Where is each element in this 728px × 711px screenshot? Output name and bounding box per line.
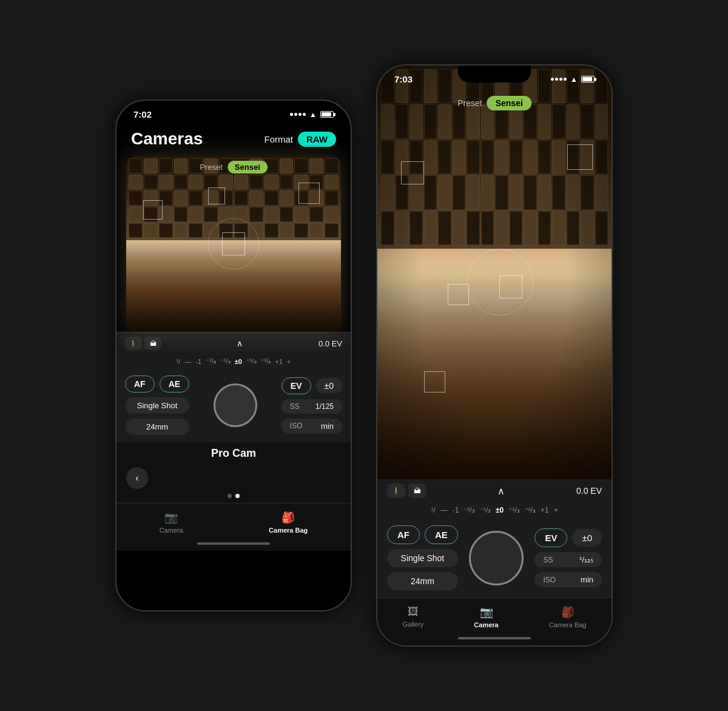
sensei-badge-1[interactable]: Sensei	[228, 161, 268, 174]
ss-label-2: SS	[543, 556, 553, 564]
home-indicator-2	[377, 633, 612, 645]
nav-bag-2[interactable]: 🎒 Camera Bag	[549, 605, 587, 628]
iso-row-1[interactable]: ISO min	[281, 419, 342, 434]
time-display-2: 7:03	[394, 74, 413, 84]
wifi-icon: ▲	[309, 110, 317, 119]
ev-mode-icons-1: 🚶 🏔	[125, 337, 161, 350]
person-mode-btn[interactable]: 🚶	[125, 337, 142, 350]
focus-box-tl	[143, 200, 163, 220]
dot-2-active	[235, 494, 240, 498]
camera-nav-label-1: Camera	[160, 527, 183, 534]
ev-bar-1: 🚶 🏔 ∧ 0.0 EV	[116, 332, 351, 354]
left-controls-1: AF AE Single Shot 24mm	[125, 376, 189, 435]
nav-camera-2[interactable]: 📷 Camera	[474, 605, 498, 628]
pro-cam-label: Pro Cam	[116, 442, 351, 465]
ss-value-2: ¹/₁₂₅	[579, 555, 593, 564]
ev-value-display-1: 0.0 EV	[318, 339, 342, 348]
preset-label-2: Preset Sensei	[457, 96, 531, 110]
gallery-nav-icon-2: 🖼	[408, 605, 419, 618]
wifi-icon-2: ▲	[570, 75, 578, 84]
iso-value-2: min	[581, 575, 593, 584]
back-btn-area: ‹	[116, 465, 351, 489]
ss-value-1: 1/125	[315, 402, 334, 411]
bottom-nav-2: 🖼 Gallery 📷 Camera 🎒 Camera Bag	[377, 598, 612, 633]
camera-nav-icon-2: 📷	[480, 605, 493, 619]
shutter-button-1[interactable]	[214, 383, 257, 427]
bottom-nav-1: 📷 Camera 🎒 Camera Bag	[116, 503, 351, 539]
ae-button-2[interactable]: AE	[425, 525, 458, 544]
af-ae-row-2: AF AE	[387, 525, 458, 544]
shutter-button-2[interactable]	[469, 531, 524, 585]
ev-val-1[interactable]: ±0	[316, 378, 342, 394]
ev-chevron-up[interactable]: ∧	[237, 339, 243, 348]
full-viewfinder-2[interactable]: Preset Sensei 🚶 🏔 ∧ 0.0 EV	[377, 66, 612, 502]
ss-row-2[interactable]: SS ¹/₁₂₅	[534, 552, 602, 567]
format-area: Format RAW	[264, 132, 336, 147]
landscape-mode-btn-2[interactable]: 🏔	[408, 484, 426, 498]
current-ev-marker-2: ±0	[496, 506, 504, 514]
format-label: Format	[264, 134, 293, 144]
ev-control-row-1: EV ±0	[281, 377, 342, 394]
nav-bag-1[interactable]: 🎒 Camera Bag	[269, 511, 308, 534]
iso-value-1: min	[321, 422, 334, 431]
home-bar-1	[197, 542, 270, 545]
camera-nav-label-2: Camera	[474, 621, 498, 628]
ae-button-1[interactable]: AE	[160, 376, 189, 393]
phone-notch	[197, 101, 270, 118]
page-dots-1	[116, 489, 351, 503]
sensei-badge-2[interactable]: Sensei	[487, 96, 531, 110]
af-ae-row: AF AE	[125, 376, 189, 393]
raw-badge[interactable]: RAW	[298, 132, 336, 147]
ev-mode-icons-2: 🚶 🏔	[387, 484, 426, 498]
back-button[interactable]: ‹	[126, 467, 148, 489]
ev-ctrl-button-1[interactable]: EV	[281, 377, 311, 394]
nav-camera-1[interactable]: 📷 Camera	[160, 511, 183, 534]
ev-val-2[interactable]: ±0	[572, 529, 602, 547]
iso-label-2: ISO	[543, 576, 556, 584]
mode-label-2[interactable]: Single Shot	[387, 549, 458, 567]
nav-gallery-2[interactable]: 🖼 Gallery	[403, 605, 424, 628]
controls-row-2: AF AE Single Shot 24mm EV ±0 SS ¹/₁₂₅ IS…	[377, 518, 612, 598]
battery-icon	[320, 111, 334, 118]
ev-ctrl-button-2[interactable]: EV	[534, 528, 567, 547]
camera-scene-1: Preset Sensei	[126, 156, 341, 332]
person-mode-btn-2[interactable]: 🚶	[387, 484, 405, 498]
focus-box-2-bl	[424, 371, 445, 393]
exposure-scale-1: ¹/ — -1 ⁻²/₃ ⁻¹/₃ ±0 ⁺¹/₃ ⁺²/₃ +1 +	[116, 354, 351, 368]
focus-circle-2	[467, 249, 533, 315]
af-button-1[interactable]: AF	[125, 376, 155, 393]
signal-icon	[290, 113, 306, 116]
iso-label-1: ISO	[290, 422, 303, 430]
focal-label-1[interactable]: 24mm	[125, 419, 189, 435]
bag-nav-label-2: Camera Bag	[549, 621, 587, 628]
viewfinder-container-1[interactable]: Preset Sensei	[126, 156, 341, 332]
preset-text-1: Preset	[200, 163, 223, 172]
camera-nav-icon-1: 📷	[164, 511, 178, 524]
app-title: Cameras	[131, 129, 203, 149]
dot-1	[228, 494, 232, 498]
focus-box-2-tl	[401, 161, 424, 184]
bag-nav-icon-2: 🎒	[561, 605, 575, 619]
controls-row-1: AF AE Single Shot 24mm EV ±0 SS 1/125 IS…	[116, 368, 351, 442]
home-bar-2	[458, 637, 531, 639]
status-icons-1: ▲	[290, 110, 334, 119]
ss-label-1: SS	[290, 402, 300, 411]
ev-value-display-2: 0.0 EV	[576, 486, 602, 496]
focal-label-2[interactable]: 24mm	[387, 572, 458, 590]
exposure-scale-2: ¹/ — -1 ⁻²/₃ ⁻¹/₃ ±0 ⁺¹/₃ ⁺²/₃ +1 +	[377, 502, 612, 518]
full-scene-2: Preset Sensei	[377, 66, 612, 502]
iso-row-2[interactable]: ISO min	[534, 572, 602, 587]
ev-chevron-2[interactable]: ∧	[497, 485, 505, 497]
ev-bar-2: 🚶 🏔 ∧ 0.0 EV	[377, 479, 612, 502]
focus-box-2-tr	[567, 144, 593, 170]
mode-label-1[interactable]: Single Shot	[125, 397, 189, 414]
ev-control-row-2: EV ±0	[534, 528, 602, 547]
ss-row-1[interactable]: SS 1/125	[281, 399, 342, 414]
landscape-mode-btn[interactable]: 🏔	[144, 337, 161, 350]
af-button-2[interactable]: AF	[387, 525, 420, 544]
bag-nav-icon-1: 🎒	[281, 511, 295, 524]
preset-label-1: Preset Sensei	[200, 161, 268, 174]
right-controls-1: EV ±0 SS 1/125 ISO min	[281, 377, 342, 434]
right-controls-2: EV ±0 SS ¹/₁₂₅ ISO min	[534, 528, 602, 587]
status-bar-2: 7:03 ▲	[377, 66, 612, 89]
